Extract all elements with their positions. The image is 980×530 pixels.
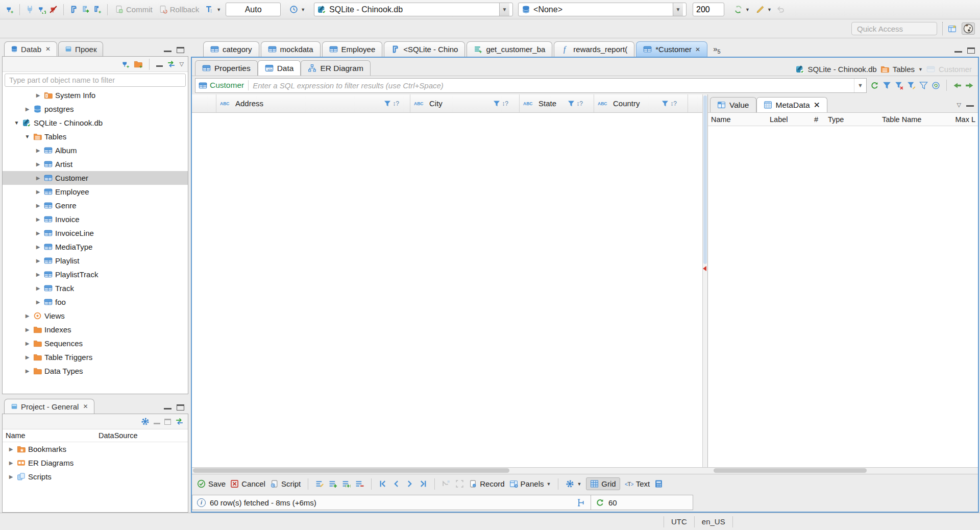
text-view-button[interactable]: <T> Text xyxy=(625,479,650,488)
breadcrumb-connection[interactable]: SQLite - Chinook.db xyxy=(808,65,877,74)
tree-item-tables[interactable]: ▼Tables xyxy=(3,130,188,143)
collapsed-arrow-icon[interactable]: ▶ xyxy=(35,189,41,195)
view-menu-icon[interactable]: ▽ xyxy=(957,102,961,108)
refresh-toggle-button[interactable]: ▼ xyxy=(732,4,751,15)
tab-metadata[interactable]: MetaData ✕ xyxy=(756,97,827,112)
new-sql-editor-icon[interactable]: + xyxy=(93,5,102,14)
active-connection-combo[interactable]: SQLite - Chinook.db ▼ xyxy=(314,3,513,16)
column-header-type[interactable]: Type xyxy=(825,115,879,124)
collapsed-arrow-icon[interactable]: ▶ xyxy=(35,161,41,167)
edit-row-icon[interactable] xyxy=(315,479,324,488)
scrollbar-thumb[interactable] xyxy=(714,468,867,473)
hidden-tabs-count[interactable]: »5 xyxy=(709,44,724,57)
editor-tab-get-customer-ba[interactable]: +get_customer_ba xyxy=(467,41,552,57)
tree-item-table-triggers[interactable]: ▶Table Triggers xyxy=(3,350,188,364)
tab-data[interactable]: <> Data xyxy=(258,60,301,76)
nav-back-arrow-icon[interactable] xyxy=(953,81,962,90)
collapsed-arrow-icon[interactable]: ▶ xyxy=(35,272,41,277)
collapsed-arrow-icon[interactable]: ▶ xyxy=(35,258,41,263)
vertical-scrollbar[interactable] xyxy=(702,94,708,467)
tab-value[interactable]: Value xyxy=(710,97,756,112)
column-header-max-length[interactable]: Max L xyxy=(929,115,978,124)
rollback-button[interactable]: Rollback xyxy=(157,4,201,15)
sort-indicator-icon[interactable]: ↕? xyxy=(502,100,508,107)
zoom-cell-icon[interactable] xyxy=(455,479,464,488)
editor-tab-rewards-report-[interactable]: frewards_report( xyxy=(554,41,634,57)
refresh-icon[interactable] xyxy=(870,81,879,90)
minimize-icon[interactable] xyxy=(954,47,962,53)
collapsed-arrow-icon[interactable]: ▶ xyxy=(24,341,31,346)
quick-access-box[interactable]: Quick Access xyxy=(851,22,937,35)
link-with-editor-icon[interactable] xyxy=(167,60,176,68)
calc-panel-icon[interactable] xyxy=(654,479,663,488)
tx-mode-combo[interactable]: Auto xyxy=(226,3,281,16)
active-schema-combo[interactable]: <None> ▼ xyxy=(518,3,687,16)
collapsed-arrow-icon[interactable]: ▶ xyxy=(35,285,41,291)
disconnect-icon[interactable]: path d="M5 1.5v3.5M11 1.5v3.5" stroke="#… xyxy=(49,5,58,14)
goto-row-icon[interactable] xyxy=(442,479,451,488)
tree-item-sqlite-chinook-db[interactable]: ▼SQLite - Chinook.db xyxy=(3,116,188,130)
maximize-icon[interactable] xyxy=(967,47,975,54)
expanded-arrow-icon[interactable]: ▼ xyxy=(13,120,20,126)
add-row-icon[interactable] xyxy=(329,479,337,488)
minimize-icon[interactable] xyxy=(966,102,974,107)
breadcrumb-object[interactable]: Customer xyxy=(939,65,972,74)
project-item-bookmarks[interactable]: ▶★Bookmarks xyxy=(3,442,188,456)
new-connection-icon[interactable]: path d="M5 1.5v3.5M11 1.5v3.5" stroke="#… xyxy=(121,60,130,68)
editor-tab--sqlite-chino[interactable]: <SQLite - Chino xyxy=(384,41,465,57)
refresh-green-icon[interactable] xyxy=(596,498,604,507)
cancel-button[interactable]: Cancel xyxy=(230,479,265,488)
expanded-arrow-icon[interactable]: ▼ xyxy=(24,134,31,139)
close-icon[interactable]: ✕ xyxy=(814,101,820,110)
schema-dropdown-arrow[interactable]: ▼ xyxy=(673,3,683,16)
compare-button[interactable]: ▼ xyxy=(754,4,773,15)
sort-indicator-icon[interactable]: ↕? xyxy=(393,100,399,107)
filter-table-name[interactable]: Customer xyxy=(210,81,244,90)
collapsed-arrow-icon[interactable]: ▶ xyxy=(35,92,41,98)
open-sql-script-icon[interactable] xyxy=(81,5,90,14)
next-row-icon[interactable] xyxy=(405,479,414,488)
filter-funnel-icon[interactable] xyxy=(493,100,500,107)
filter-funnel-icon[interactable] xyxy=(568,100,575,107)
edit-filter-icon[interactable] xyxy=(907,81,916,90)
tree-item-mediatype[interactable]: ▶MediaType xyxy=(3,240,188,254)
gear-icon[interactable] xyxy=(141,417,150,426)
nav-forward-arrow-icon[interactable] xyxy=(965,81,974,90)
grid-corner[interactable] xyxy=(192,94,216,112)
commit-button[interactable]: Commit xyxy=(113,4,154,15)
column-header-country[interactable]: ABCCountry↕? xyxy=(594,94,688,112)
tree-item-track[interactable]: ▶Track xyxy=(3,281,188,295)
new-folder-icon[interactable]: + xyxy=(134,60,142,68)
collapsed-arrow-icon[interactable]: ▶ xyxy=(8,460,14,466)
sql-history-button[interactable]: ▼ xyxy=(288,4,307,15)
column-header-address[interactable]: ABCAddress↕? xyxy=(216,94,410,112)
panels-button[interactable]: Panels ▼ xyxy=(509,479,551,488)
open-perspective-icon[interactable] xyxy=(948,25,957,33)
editor-tab-employee[interactable]: Employee xyxy=(322,41,383,57)
dbeaver-perspective-icon[interactable] xyxy=(962,22,975,35)
editor-tab--customer[interactable]: *Customer✕ xyxy=(636,41,707,57)
tree-item-foo[interactable]: ▶foo xyxy=(3,295,188,309)
close-icon[interactable]: ✕ xyxy=(83,403,88,410)
view-menu-icon[interactable]: ▽ xyxy=(180,61,184,67)
sql-editor-icon[interactable] xyxy=(69,5,78,14)
tab-database-navigator[interactable]: Datab ✕ xyxy=(4,41,57,56)
editor-tab-mockdata[interactable]: mockdata xyxy=(261,41,321,57)
filter-expression-input[interactable] xyxy=(253,81,854,90)
collapsed-arrow-icon[interactable]: ▶ xyxy=(35,203,41,208)
collapsed-arrow-icon[interactable]: ▶ xyxy=(35,244,41,250)
delete-row-icon[interactable] xyxy=(355,479,364,488)
close-icon[interactable]: ✕ xyxy=(695,46,700,53)
link-with-editor-icon[interactable] xyxy=(175,417,184,426)
new-connection-icon[interactable]: path d="M5 1.5v3.5M11 1.5v3.5" stroke="#… xyxy=(5,5,14,14)
grid-options-button[interactable]: ▼ xyxy=(566,479,581,488)
remove-filter-icon[interactable] xyxy=(895,81,903,90)
maximize-icon[interactable] xyxy=(177,404,184,411)
maximize-icon[interactable] xyxy=(177,47,184,53)
collapse-all-icon[interactable] xyxy=(154,419,160,424)
connect-icon[interactable] xyxy=(26,5,34,14)
collapsed-arrow-icon[interactable]: ▶ xyxy=(24,106,31,112)
duplicate-row-icon[interactable] xyxy=(342,479,351,488)
record-button[interactable]: i Record xyxy=(469,479,504,488)
script-button[interactable]: Script xyxy=(270,479,301,488)
